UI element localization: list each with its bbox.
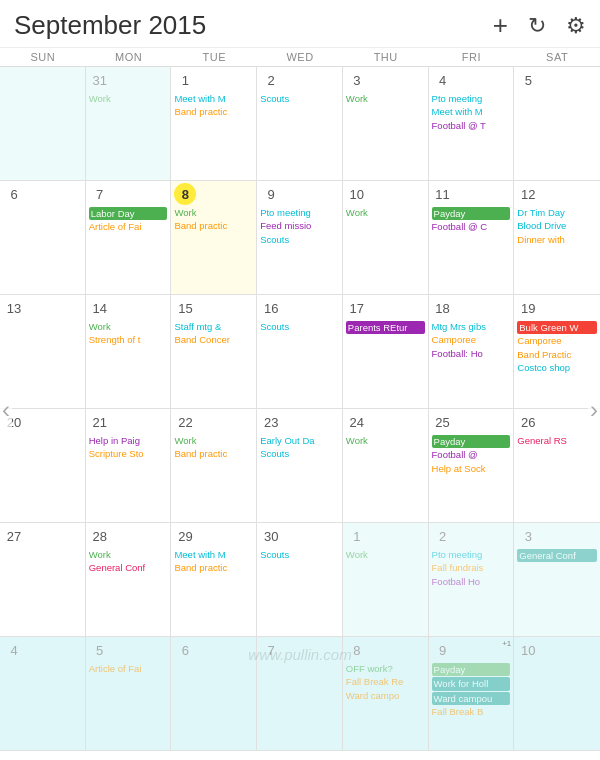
cal-cell[interactable]: 25PaydayFootball @Help at Sock [429,409,515,522]
event-item[interactable]: Football @ C [432,221,511,233]
event-item[interactable]: Help in Paig [89,435,168,447]
cal-cell[interactable]: 4Pto meetingMeet with MFootball @ T [429,67,515,180]
cal-cell[interactable]: 7Labor DayArticle of Fai [86,181,172,294]
prev-arrow[interactable]: ‹ [0,392,12,428]
event-item[interactable]: Work [174,435,253,447]
event-item[interactable]: Work [174,207,253,219]
cal-cell[interactable]: 6 [171,637,257,750]
event-item[interactable]: Strength of t [89,334,168,346]
cal-cell[interactable]: 17Parents REtur [343,295,429,408]
cal-cell[interactable]: 24Work [343,409,429,522]
event-item[interactable]: Band practic [174,220,253,232]
refresh-button[interactable]: ↻ [528,13,546,39]
event-item[interactable]: Dinner with [517,234,597,246]
event-item[interactable]: Work for Holl [432,677,511,690]
event-item[interactable]: Fall Break Re [346,676,425,688]
cal-cell[interactable]: 27 [0,523,86,636]
event-item[interactable]: Scouts [260,448,339,460]
cal-cell[interactable]: 29Meet with MBand practic [171,523,257,636]
event-item[interactable]: Fall Break B [432,706,511,718]
cal-cell[interactable]: 3Work [343,67,429,180]
event-item[interactable]: Work [346,549,425,561]
cal-cell[interactable]: 10Work [343,181,429,294]
event-item[interactable]: Scouts [260,321,339,333]
event-item[interactable]: OFF work? [346,663,425,675]
cal-cell[interactable]: 31Work [86,67,172,180]
cal-cell[interactable]: 5Article of Fai [86,637,172,750]
event-item[interactable]: Payday [432,663,511,676]
cal-cell[interactable]: 14WorkStrength of t [86,295,172,408]
event-item[interactable]: Work [346,207,425,219]
event-item[interactable]: Labor Day [89,207,168,220]
event-item[interactable]: Dr Tim Day [517,207,597,219]
cal-cell[interactable]: 11PaydayFootball @ C [429,181,515,294]
cal-cell[interactable]: 2Pto meetingFall fundraisFootball Ho [429,523,515,636]
event-item[interactable]: Ward campo [346,690,425,702]
cal-cell[interactable]: 7 [257,637,343,750]
event-item[interactable]: Costco shop [517,362,597,374]
settings-button[interactable]: ⚙ [566,13,586,39]
event-item[interactable]: Blood Drive [517,220,597,232]
event-item[interactable]: Work [89,321,168,333]
add-button[interactable]: + [493,10,508,41]
cal-cell[interactable]: 4 [0,637,86,750]
event-item[interactable]: Camporee [517,335,597,347]
cal-cell[interactable] [0,67,86,180]
cal-cell[interactable]: 1Work [343,523,429,636]
cal-cell[interactable]: 10 [514,637,600,750]
cal-cell[interactable]: 20 [0,409,86,522]
event-item[interactable]: Work [346,93,425,105]
event-item[interactable]: Work [89,549,168,561]
event-item[interactable]: Ward campou [432,692,511,705]
cal-cell[interactable]: 22WorkBand practic [171,409,257,522]
event-item[interactable]: Band practic [174,106,253,118]
cal-cell[interactable]: 28WorkGeneral Conf [86,523,172,636]
event-item[interactable]: Football: Ho [432,348,511,360]
event-item[interactable]: Band practic [174,448,253,460]
event-item[interactable]: General Conf [517,549,597,562]
event-item[interactable]: Parents REtur [346,321,425,334]
event-item[interactable]: Bulk Green W [517,321,597,334]
event-item[interactable]: Scripture Sto [89,448,168,460]
event-item[interactable]: Fall fundrais [432,562,511,574]
event-item[interactable]: Band Practic [517,349,597,361]
event-item[interactable]: Feed missio [260,220,339,232]
event-item[interactable]: Work [346,435,425,447]
event-item[interactable]: Article of Fai [89,663,168,675]
cal-cell[interactable]: 9Pto meetingFeed missioScouts [257,181,343,294]
cal-cell[interactable]: 8OFF work?Fall Break ReWard campo [343,637,429,750]
event-item[interactable]: General RS [517,435,597,447]
event-item[interactable]: Payday [432,207,511,220]
event-item[interactable]: Article of Fai [89,221,168,233]
event-item[interactable]: Help at Sock [432,463,511,475]
event-item[interactable]: Football @ [432,449,511,461]
event-item[interactable]: Pto meeting [260,207,339,219]
event-item[interactable]: Band Concer [174,334,253,346]
cal-cell[interactable]: 5 [514,67,600,180]
cal-cell[interactable]: 2Scouts [257,67,343,180]
cal-cell[interactable]: 16Scouts [257,295,343,408]
cal-cell[interactable]: 15Staff mtg &Band Concer [171,295,257,408]
cal-cell[interactable]: 8WorkBand practic [171,181,257,294]
event-item[interactable]: Work [89,93,168,105]
event-item[interactable]: Meet with M [432,106,511,118]
event-item[interactable]: Camporee [432,334,511,346]
event-item[interactable]: General Conf [89,562,168,574]
cal-cell[interactable]: 23Early Out DaScouts [257,409,343,522]
event-item[interactable]: Meet with M [174,93,253,105]
cal-cell[interactable]: 6 [0,181,86,294]
cal-cell[interactable]: 30Scouts [257,523,343,636]
event-item[interactable]: Staff mtg & [174,321,253,333]
event-item[interactable]: Pto meeting [432,93,511,105]
cal-cell[interactable]: 13 [0,295,86,408]
next-arrow[interactable]: › [588,392,600,428]
cal-cell[interactable]: 12Dr Tim DayBlood DriveDinner with [514,181,600,294]
event-item[interactable]: Payday [432,435,511,448]
cal-cell[interactable]: 3General Conf [514,523,600,636]
cal-cell[interactable]: 21Help in PaigScripture Sto [86,409,172,522]
event-item[interactable]: Football @ T [432,120,511,132]
event-item[interactable]: Early Out Da [260,435,339,447]
event-item[interactable]: Football Ho [432,576,511,588]
event-item[interactable]: Mtg Mrs gibs [432,321,511,333]
cal-cell[interactable]: 1Meet with MBand practic [171,67,257,180]
